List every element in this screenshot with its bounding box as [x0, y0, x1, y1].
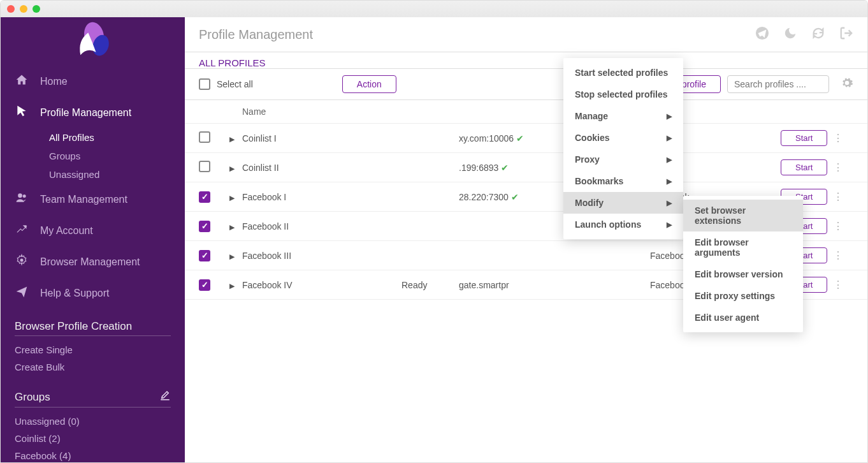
profile-name: Facebook IV [242, 280, 401, 290]
sidebar-section-groups: Groups [15, 390, 171, 408]
more-icon[interactable]: ⋮ [833, 133, 843, 143]
refresh-icon[interactable] [811, 26, 825, 43]
action-dropdown: Start selected profilesStop selected pro… [563, 58, 683, 239]
titlebar [1, 1, 867, 17]
action-button[interactable]: Action [342, 75, 396, 93]
expand-icon[interactable]: ▶ [229, 135, 235, 143]
more-icon[interactable]: ⋮ [833, 162, 843, 173]
profile-status: Ready [401, 280, 459, 290]
sidebar-subitem-unassigned[interactable]: Unassigned [49, 165, 185, 184]
action-menu-item[interactable]: Proxy▶ [563, 149, 683, 170]
section-title: ALL PROFILES [185, 52, 867, 69]
cursor-icon [15, 105, 29, 121]
chevron-right-icon: ▶ [667, 199, 672, 207]
column-header-name: Name [242, 107, 401, 117]
profile-proxy: gate.smartpr [459, 280, 574, 290]
modify-menu-item[interactable]: Edit browser arguments [683, 231, 803, 263]
more-icon[interactable]: ⋮ [833, 279, 843, 290]
sidebar-item-help-&-support[interactable]: Help & Support [1, 277, 185, 309]
logout-icon[interactable] [839, 26, 853, 43]
chevron-right-icon: ▶ [667, 156, 672, 164]
action-menu-item[interactable]: Launch options▶ [563, 214, 683, 235]
row-checkbox[interactable] [199, 221, 210, 232]
sidebar-subitem-groups[interactable]: Groups [49, 147, 185, 165]
sidebar-item-profile-management[interactable]: Profile Management [1, 97, 185, 128]
profile-name: Facebook I [242, 192, 401, 202]
expand-icon[interactable]: ▶ [229, 194, 235, 202]
profile-name: Facebook II [242, 221, 401, 231]
profile-proxy: xy.com:10006✔ [459, 133, 574, 143]
expand-icon[interactable]: ▶ [229, 253, 235, 260]
sidebar-item-my-account[interactable]: My Account [1, 215, 185, 246]
modify-menu-item[interactable]: Edit proxy settings [683, 285, 803, 307]
modify-menu-item[interactable]: Edit browser version [683, 263, 803, 285]
sidebar-item-label: Help & Support [40, 288, 110, 299]
creation-link[interactable]: Create Bulk [15, 358, 171, 376]
group-link[interactable]: Facebook (4) [15, 447, 171, 463]
window-minimize-button[interactable] [20, 5, 27, 13]
window-close-button[interactable] [7, 5, 15, 13]
sidebar-item-browser-management[interactable]: Browser Management [1, 246, 185, 277]
sidebar-item-label: Browser Management [40, 256, 140, 268]
more-icon[interactable]: ⋮ [833, 191, 843, 202]
row-checkbox[interactable] [199, 161, 210, 172]
sidebar: HomeProfile ManagementAll ProfilesGroups… [1, 17, 185, 462]
row-checkbox[interactable] [199, 131, 210, 143]
window-maximize-button[interactable] [33, 5, 40, 13]
row-checkbox[interactable] [199, 250, 210, 261]
team-icon [15, 191, 29, 207]
start-button[interactable]: Start [781, 159, 827, 175]
chevron-right-icon: ▶ [667, 177, 672, 186]
chevron-right-icon: ▶ [667, 134, 672, 142]
dark-mode-icon[interactable] [783, 26, 797, 43]
gear-icon [15, 254, 29, 270]
profile-proxy: 28.220:7300✔ [459, 192, 574, 202]
sidebar-subitem-all-profiles[interactable]: All Profiles [49, 128, 185, 147]
chevron-right-icon: ▶ [667, 221, 672, 229]
telegram-icon[interactable] [755, 26, 769, 43]
search-input[interactable] [727, 75, 829, 93]
modify-submenu: Set browser extensionsEdit browser argum… [683, 196, 803, 332]
creation-link[interactable]: Create Single [15, 341, 171, 358]
group-link[interactable]: Unassigned (0) [15, 413, 171, 430]
sidebar-section-creation: Browser Profile Creation [15, 320, 171, 336]
sidebar-item-label: Team Management [40, 194, 127, 205]
expand-icon[interactable]: ▶ [229, 223, 235, 231]
expand-icon[interactable]: ▶ [229, 282, 235, 290]
profile-row: ▶Coinlist Ixy.com:10006✔UnknownCoinlistS… [185, 124, 867, 153]
action-menu-item[interactable]: Bookmarks▶ [563, 170, 683, 192]
profile-name: Facebook III [242, 251, 401, 261]
select-all-checkbox[interactable] [199, 78, 210, 90]
action-menu-item[interactable]: Start selected profiles [563, 62, 683, 84]
sidebar-item-label: Profile Management [40, 107, 131, 119]
sidebar-item-home[interactable]: Home [1, 66, 185, 97]
svg-point-3 [23, 195, 26, 198]
app-logo [1, 17, 185, 66]
action-menu-item[interactable]: Manage▶ [563, 105, 683, 127]
action-menu-item[interactable]: Modify▶ [563, 192, 683, 214]
account-icon [15, 223, 29, 239]
svg-point-2 [18, 193, 22, 198]
row-checkbox[interactable] [199, 191, 210, 203]
svg-point-4 [20, 259, 24, 262]
more-icon[interactable]: ⋮ [833, 221, 843, 231]
settings-icon[interactable] [841, 77, 853, 92]
select-all-label: Select all [217, 79, 253, 89]
page-title: Profile Management [199, 27, 313, 42]
row-checkbox[interactable] [199, 279, 210, 291]
edit-icon[interactable] [159, 390, 171, 404]
home-icon [15, 73, 29, 89]
modify-menu-item[interactable]: Set browser extensions [683, 200, 803, 231]
profile-name: Coinlist II [242, 163, 401, 173]
sidebar-item-label: My Account [40, 225, 93, 237]
profile-name: Coinlist I [242, 133, 401, 143]
expand-icon[interactable]: ▶ [229, 165, 235, 172]
check-icon: ✔ [511, 192, 519, 202]
start-button[interactable]: Start [781, 130, 827, 146]
action-menu-item[interactable]: Cookies▶ [563, 127, 683, 149]
sidebar-item-team-management[interactable]: Team Management [1, 184, 185, 215]
more-icon[interactable]: ⋮ [833, 250, 843, 261]
group-link[interactable]: Coinlist (2) [15, 430, 171, 447]
action-menu-item[interactable]: Stop selected profiles [563, 84, 683, 105]
modify-menu-item[interactable]: Edit user agent [683, 307, 803, 328]
